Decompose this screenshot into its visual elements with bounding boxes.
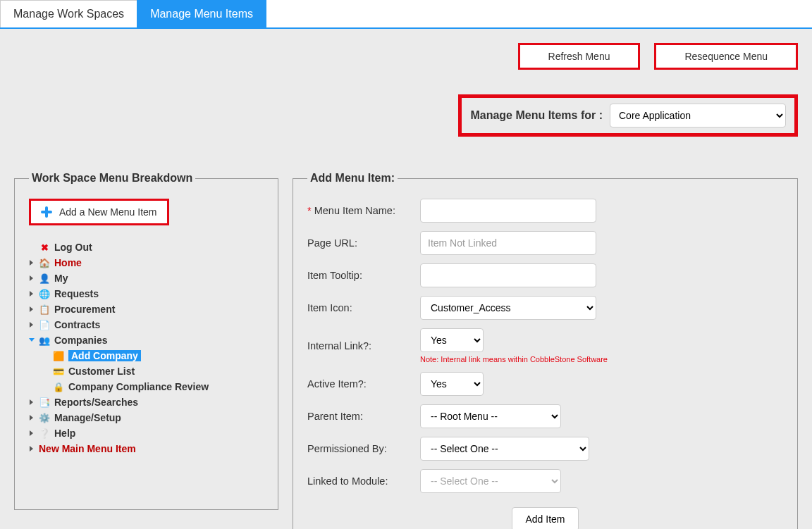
tree-item-logout[interactable]: Log Out bbox=[54, 242, 92, 253]
tree-item-reports[interactable]: Reports/Searches bbox=[54, 397, 138, 408]
document-icon: 📄 bbox=[39, 319, 50, 330]
internal-select[interactable]: Yes bbox=[420, 328, 484, 352]
tree-item-customer-list[interactable]: Customer List bbox=[68, 366, 135, 377]
icon-label: Item Icon: bbox=[307, 302, 420, 313]
menu-breakdown-legend: Work Space Menu Breakdown bbox=[29, 172, 195, 185]
module-select[interactable]: -- Select One -- bbox=[420, 469, 561, 493]
tab-workspaces[interactable]: Manage Work Spaces bbox=[0, 0, 137, 27]
add-menu-item-panel: Add Menu Item: * Menu Item Name: Page UR… bbox=[293, 172, 798, 529]
name-input[interactable] bbox=[420, 199, 596, 223]
tree-item-procurement[interactable]: Procurement bbox=[54, 304, 115, 315]
internal-label: Internal Link?: bbox=[307, 340, 420, 351]
icon-select[interactable]: Customer_Access bbox=[420, 296, 596, 320]
add-menu-item-legend: Add Menu Item: bbox=[307, 172, 398, 185]
chevron-right-icon[interactable] bbox=[29, 399, 35, 405]
chevron-right-icon[interactable] bbox=[29, 306, 35, 312]
block-icon: 🟧 bbox=[53, 350, 64, 361]
add-new-label: Add a New Menu Item bbox=[59, 206, 157, 218]
menu-tree: ✖ Log Out 🏠 Home 👤 My 🌐 Requests 📋 bbox=[29, 239, 264, 456]
plus-icon bbox=[41, 206, 52, 218]
internal-note: Note: Internal link means within CobbleS… bbox=[420, 355, 608, 363]
chevron-right-icon[interactable] bbox=[29, 275, 35, 281]
chevron-right-icon[interactable] bbox=[29, 322, 35, 328]
tree-item-new-main[interactable]: New Main Menu Item bbox=[39, 443, 136, 454]
url-input[interactable] bbox=[420, 231, 596, 255]
action-bar: Refresh Menu Resequence Menu Manage Menu… bbox=[0, 29, 812, 158]
tree-item-companies[interactable]: Companies bbox=[54, 335, 107, 346]
tree-item-contracts[interactable]: Contracts bbox=[54, 319, 100, 330]
globe-icon: 🌐 bbox=[39, 288, 50, 299]
chevron-right-icon[interactable] bbox=[29, 291, 35, 297]
module-label: Linked to Module: bbox=[307, 475, 420, 487]
chevron-down-icon[interactable] bbox=[29, 337, 35, 343]
tooltip-input[interactable] bbox=[420, 263, 596, 287]
permission-select[interactable]: -- Select One -- bbox=[420, 437, 589, 461]
manage-for-label: Manage Menu Items for : bbox=[470, 109, 603, 122]
active-select[interactable]: Yes bbox=[420, 372, 484, 396]
chevron-right-icon[interactable] bbox=[29, 415, 35, 421]
name-label: * Menu Item Name: bbox=[307, 205, 420, 216]
tree-item-add-company[interactable]: Add Company bbox=[68, 350, 141, 361]
chevron-right-icon[interactable] bbox=[29, 446, 35, 452]
help-icon: ❔ bbox=[39, 428, 50, 439]
card-icon: 💳 bbox=[53, 366, 64, 377]
tree-item-my[interactable]: My bbox=[54, 273, 68, 284]
tab-bar: Manage Work Spaces Manage Menu Items bbox=[0, 0, 812, 29]
manage-for-selector: Manage Menu Items for : Core Application bbox=[458, 94, 798, 137]
tree-item-manage-setup[interactable]: Manage/Setup bbox=[54, 412, 121, 423]
parent-label: Parent Item: bbox=[307, 411, 420, 422]
tree-item-help[interactable]: Help bbox=[54, 428, 75, 439]
tooltip-label: Item Tooltip: bbox=[307, 270, 420, 281]
url-label: Page URL: bbox=[307, 237, 420, 249]
lock-icon: 🔒 bbox=[53, 381, 64, 392]
refresh-menu-button[interactable]: Refresh Menu bbox=[518, 43, 641, 70]
people-icon: 👥 bbox=[39, 335, 50, 346]
permission-label: Permissioned By: bbox=[307, 443, 420, 454]
tree-item-requests[interactable]: Requests bbox=[54, 288, 99, 299]
tab-menu-items[interactable]: Manage Menu Items bbox=[137, 0, 266, 27]
add-item-button[interactable]: Add Item bbox=[512, 507, 578, 529]
manage-for-dropdown[interactable]: Core Application bbox=[610, 104, 786, 127]
active-label: Active Item?: bbox=[307, 378, 420, 390]
menu-breakdown-panel: Work Space Menu Breakdown Add a New Menu… bbox=[14, 172, 278, 510]
chevron-right-icon[interactable] bbox=[29, 430, 35, 436]
tree-item-compliance-review[interactable]: Company Compliance Review bbox=[68, 381, 209, 392]
clipboard-icon: 📋 bbox=[39, 304, 50, 315]
resequence-menu-button[interactable]: Resequence Menu bbox=[654, 43, 798, 70]
gear-icon: ⚙️ bbox=[39, 412, 50, 423]
x-icon: ✖ bbox=[39, 242, 50, 253]
add-new-menu-item-button[interactable]: Add a New Menu Item bbox=[29, 199, 169, 225]
report-icon: 📑 bbox=[39, 397, 50, 408]
person-icon: 👤 bbox=[39, 273, 50, 284]
tree-item-home[interactable]: Home bbox=[54, 257, 82, 268]
parent-select[interactable]: -- Root Menu -- bbox=[420, 404, 561, 428]
chevron-right-icon[interactable] bbox=[29, 260, 35, 266]
home-icon: 🏠 bbox=[39, 257, 50, 268]
